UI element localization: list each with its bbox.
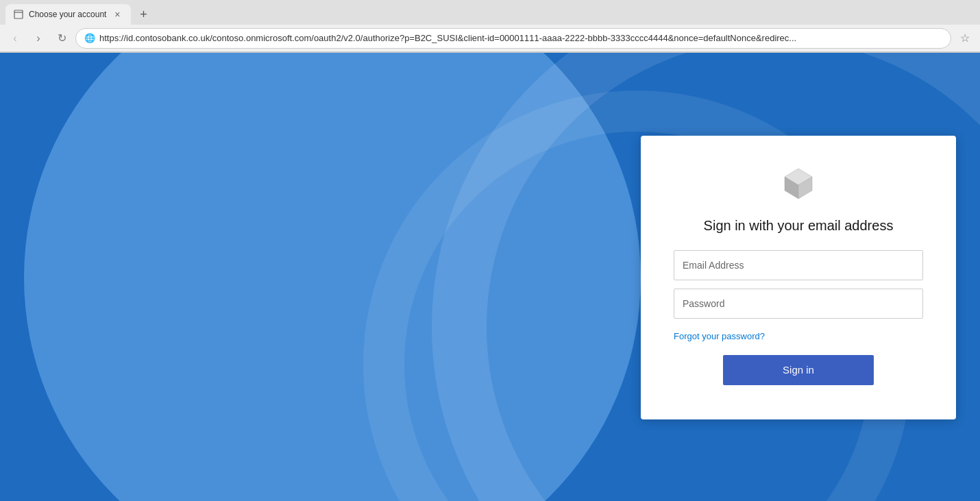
email-form-group	[674, 250, 923, 280]
forward-button[interactable]: ›	[29, 29, 48, 48]
card-logo	[674, 163, 923, 204]
tab-bar: Choose your account × +	[0, 0, 980, 25]
tab-page-icon	[14, 10, 23, 19]
bookmark-button[interactable]: ☆	[955, 29, 975, 48]
address-bar-container[interactable]: 🌐	[75, 28, 951, 49]
signin-button[interactable]: Sign in	[723, 355, 874, 385]
page-content: Sign in with your email address Forgot y…	[0, 53, 980, 501]
address-input[interactable]	[99, 33, 942, 43]
browser-chrome: Choose your account × + ‹ › ↻ 🌐 ☆	[0, 0, 980, 53]
tab-title: Choose your account	[29, 10, 106, 19]
active-tab[interactable]: Choose your account ×	[5, 4, 131, 25]
forward-icon: ›	[36, 32, 40, 45]
signin-card: Sign in with your email address Forgot y…	[641, 136, 956, 419]
signin-title: Sign in with your email address	[674, 218, 923, 234]
password-form-group	[674, 289, 923, 319]
forgot-password-link[interactable]: Forgot your password?	[674, 331, 765, 341]
refresh-icon: ↻	[58, 32, 66, 45]
navigation-bar: ‹ › ↻ 🌐 ☆	[0, 25, 980, 52]
lock-icon: 🌐	[84, 33, 95, 43]
cube-icon	[778, 163, 819, 204]
email-input[interactable]	[674, 250, 923, 280]
refresh-button[interactable]: ↻	[52, 29, 71, 48]
new-tab-button[interactable]: +	[134, 5, 153, 24]
password-input[interactable]	[674, 289, 923, 319]
tab-close-button[interactable]: ×	[112, 9, 123, 20]
svg-rect-0	[14, 10, 23, 19]
back-button[interactable]: ‹	[5, 29, 25, 48]
back-icon: ‹	[13, 32, 16, 45]
